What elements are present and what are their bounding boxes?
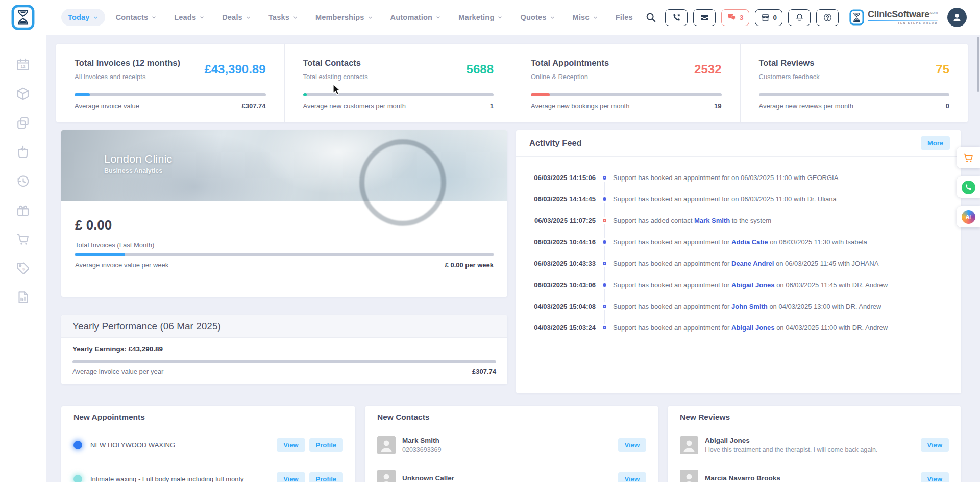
person-name: Unknown Caller [402,474,618,482]
stat-subtitle: All invoices and receipts [75,73,180,81]
contact-link[interactable]: Abigail Jones [731,281,775,289]
activity-text-post: on 06/03/2025 11:45 with JOHANA [774,260,878,267]
gift-icon[interactable] [14,201,32,219]
nav-item-leads[interactable]: Leads [167,9,211,26]
clinicsoftware-logo[interactable]: ClinicSoftware.com TEN STEPS AHEAD [849,9,938,26]
person-name: Abigail Jones [705,437,921,444]
stat-progressbar [531,93,722,96]
floating-ai-button[interactable]: AI [957,206,980,227]
nav-item-label: Leads [174,13,196,21]
calendar-icon[interactable]: 12 [14,56,32,74]
bell-button[interactable] [788,9,811,26]
nav-item-quotes[interactable]: Quotes [513,9,561,26]
chat-button[interactable]: 3 [721,9,749,26]
nav-item-tasks[interactable]: Tasks [262,9,305,26]
sidebar: 12$ [0,35,46,482]
activity-text-post: to the system [730,217,771,224]
help-button[interactable] [816,9,839,26]
topbar: Today Contacts Leads Deals Tasks Members… [0,0,980,35]
stat-subtitle: Customers feedback [759,73,820,81]
contact-link[interactable]: Addia Catie [731,238,768,246]
more-button[interactable]: More [921,136,950,150]
new-reviews-list: Abigail Jones I love this treatment and … [668,428,961,482]
nav-item-label: Misc [573,13,590,21]
activity-entry: 06/03/2025 10:44:16 Support has booked a… [529,231,961,252]
view-button[interactable]: View [277,472,305,482]
stat-title: Total Reviews [759,58,820,68]
activity-text-post: on 06/03/2025 11:30 with Isabela [768,238,867,246]
activity-text-pre: Support has booked an appointment for on… [613,195,837,203]
last-month-amount: £ 0.00 [75,217,494,233]
profile-button[interactable]: Profile [309,438,343,452]
nav-item-contacts[interactable]: Contacts [109,9,164,26]
copy-icon[interactable] [14,114,32,132]
yearly-earnings: Yearly Earnings: £43,290.89 [72,345,496,353]
stat-subtitle: Total existing contacts [303,73,368,81]
contact-link[interactable]: Mark Smith [694,217,730,224]
activity-text-post: on 04/03/2025 13:00 with DR. Andrew [768,302,881,310]
stat-card: Total Reviews Customers feedback 75 Aver… [740,44,968,122]
profile-button[interactable]: Profile [309,472,343,482]
nav-item-label: Memberships [315,13,364,21]
activity-text-post: on 06/03/2025 11:45 with DR. Andrew [775,281,888,289]
brand-tld: .com [929,10,938,15]
package-icon[interactable] [14,85,32,103]
stat-progressbar [303,93,494,96]
chevron-down-icon [368,15,373,20]
activity-text-pre: Support has booked an appointment for [613,324,731,332]
activity-timestamp: 06/03/2025 11:07:25 [529,217,596,224]
chevron-down-icon [199,15,205,20]
app-logo-hourglass-icon[interactable] [11,4,35,31]
stat-card: Total Invoices (12 months) All invoices … [56,44,284,122]
shop-button[interactable]: 0 [755,9,783,26]
view-button[interactable]: View [921,472,949,482]
nav-item-files[interactable]: Files [609,9,640,26]
chat-icon [727,13,737,22]
stat-value: £43,390.89 [204,62,265,77]
inbox-button[interactable] [693,9,716,26]
price-tag-icon[interactable]: $ [14,259,32,277]
basket-icon[interactable] [14,143,32,161]
view-button[interactable]: View [921,438,949,452]
view-button[interactable]: View [277,438,305,452]
view-button[interactable]: View [618,438,646,452]
nav-item-misc[interactable]: Misc [566,9,605,26]
cart-icon[interactable] [14,230,32,248]
view-button[interactable]: View [618,472,646,482]
contact-link[interactable]: John Smith [731,302,768,310]
nav-item-today[interactable]: Today [61,9,105,26]
brand-name: ClinicSoftware.com [868,10,938,19]
timeline-dot-icon [603,326,606,329]
nav-item-label: Contacts [116,13,149,21]
timeline-dot-icon [603,262,606,265]
activity-text-pre: Support has booked an appointment for [613,238,731,246]
floating-cart-icon[interactable] [957,147,980,168]
phone-call-button[interactable] [665,9,688,26]
activity-feed-title: Activity Feed [529,138,582,148]
history-icon[interactable] [14,172,32,190]
contact-link[interactable]: Deane Andrel [731,260,774,267]
floating-phone-icon[interactable] [957,176,980,198]
avatar-placeholder-icon [680,436,698,454]
nav-item-deals[interactable]: Deals [215,9,258,26]
nav-item-automation[interactable]: Automation [384,9,448,26]
chevron-down-icon [246,15,251,20]
user-avatar[interactable] [947,8,967,27]
last-month-footer-label: Average invoice value per week [75,261,168,269]
activity-entry: 06/03/2025 14:15:06 Support has booked a… [529,167,961,188]
nav-item-marketing[interactable]: Marketing [452,9,509,26]
activity-feed-list: 06/03/2025 14:15:06 Support has booked a… [516,167,961,338]
report-icon[interactable] [14,288,32,307]
activity-entry: 06/03/2025 10:43:33 Support has booked a… [529,252,961,274]
stat-footer-value: 19 [714,102,721,110]
search-icon[interactable] [645,12,656,23]
stat-title: Total Invoices (12 months) [75,58,180,68]
vertical-scrollbar[interactable] [977,37,979,92]
contact-link[interactable]: Abigail Jones [731,324,775,332]
avatar-placeholder-icon [377,470,396,482]
nav-item-memberships[interactable]: Memberships [309,9,380,26]
main-nav: Today Contacts Leads Deals Tasks Members… [61,9,640,26]
person-name: Marcia Navarro Brooks [705,474,921,482]
timeline-dot-icon [603,176,606,180]
yearly-footer-label: Average invoice value per year [72,368,163,375]
